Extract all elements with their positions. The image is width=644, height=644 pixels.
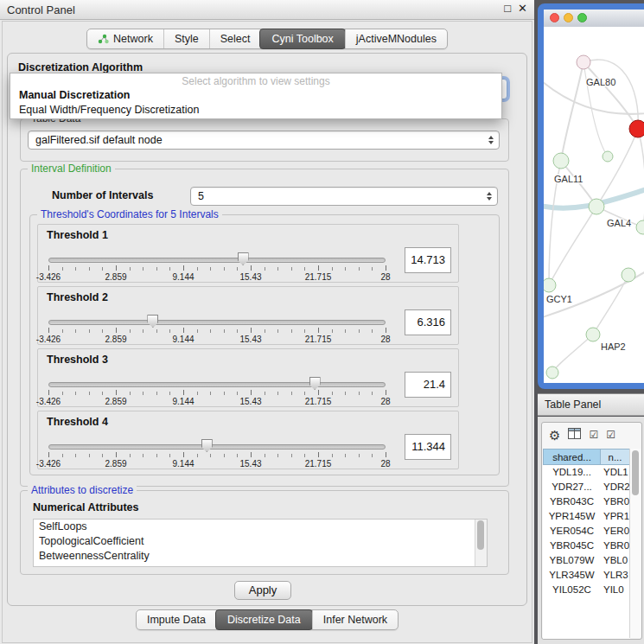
table-row[interactable]: YDL19...YDL1 (543, 465, 630, 480)
attribute-item[interactable]: BetweennessCentrality (34, 549, 487, 564)
cell-shared-name[interactable]: YDL19... (543, 465, 601, 480)
network-node[interactable] (589, 199, 604, 214)
tab-select[interactable]: Select (209, 29, 261, 48)
attributes-group-label: Attributes to discretize (28, 484, 137, 496)
network-node[interactable] (577, 55, 590, 69)
table-row[interactable]: YIL052CYIL0 (543, 583, 630, 597)
cell-shared-name[interactable]: YPR145W (543, 509, 601, 524)
network-node[interactable] (553, 153, 569, 169)
slider-thumb[interactable] (238, 252, 249, 265)
gear-icon[interactable]: ⚙ (549, 429, 560, 442)
threshold-row: Threshold 2-3.4262.8599.14415.4321.71528… (37, 286, 459, 345)
slider-thumb[interactable] (147, 315, 158, 328)
network-edge[interactable] (638, 129, 644, 227)
column-header-shared[interactable]: shared... (543, 449, 601, 465)
popup-header: Select algorithm to view settings (10, 73, 501, 88)
close-icon[interactable]: ✕ (518, 2, 527, 15)
table-row[interactable]: YER054CYER0 (543, 524, 630, 539)
threshold-slider[interactable]: -3.4262.8599.14415.4321.71528 (48, 443, 386, 467)
tab-style[interactable]: Style (163, 29, 209, 48)
cell-shared-name[interactable]: YLR345W (543, 568, 601, 583)
table-row[interactable]: YDR27...YDR2 (543, 480, 630, 494)
table-row[interactable]: YBR045CYBR0 (543, 539, 630, 553)
network-node[interactable] (546, 367, 558, 379)
threshold-label: Threshold 3 (47, 354, 108, 366)
window-minimize-button[interactable] (564, 13, 573, 22)
popup-item[interactable]: Equal Width/Frequency Discretization (10, 103, 501, 118)
cell-shared-name[interactable]: YER054C (543, 524, 601, 539)
network-edge[interactable] (583, 60, 638, 129)
slider-ticks (48, 452, 386, 458)
tab-impute-data[interactable]: Impute Data (137, 610, 216, 629)
network-node[interactable] (622, 268, 635, 282)
table-row[interactable]: YBR043CYBR0 (543, 494, 630, 509)
cell-name[interactable]: YDR2 (601, 480, 630, 494)
cell-name[interactable]: YBL0 (601, 553, 630, 568)
network-node[interactable] (544, 278, 556, 292)
cell-name[interactable]: YDL1 (601, 465, 630, 480)
apply-button[interactable]: Apply (234, 581, 291, 600)
table-data-combo[interactable]: galFiltered.sif default node (28, 131, 500, 150)
cell-name[interactable]: YLR3 (601, 568, 630, 583)
threshold-value-field[interactable]: 6.316 (405, 309, 451, 335)
network-canvas[interactable]: GAL80GAL11GAL4GCY1HAP2 (544, 27, 644, 383)
cell-name[interactable]: YBR0 (601, 494, 630, 509)
float-icon[interactable]: □ (504, 2, 511, 15)
cell-shared-name[interactable]: YBR045C (543, 539, 601, 553)
attribute-item[interactable]: SelfLoops (34, 520, 487, 534)
tab-discretize-data[interactable]: Discretize Data (215, 609, 313, 630)
tab-infer-network[interactable]: Infer Network (312, 610, 398, 629)
cell-name[interactable]: YPR1 (601, 509, 630, 524)
network-edge[interactable] (561, 62, 583, 161)
network-node[interactable] (636, 220, 644, 234)
attribute-item[interactable]: TopologicalCoefficient (34, 534, 487, 549)
tab-jactivemnodules[interactable]: jActiveMNodules (345, 29, 447, 48)
table-row[interactable]: YBL079WYBL0 (543, 553, 630, 568)
cell-shared-name[interactable]: YBL079W (543, 553, 601, 568)
network-node[interactable] (603, 151, 613, 162)
slider-track[interactable] (48, 258, 386, 263)
slider-track[interactable] (48, 382, 386, 387)
table-row[interactable]: YPR145WYPR1 (543, 509, 630, 524)
columns-icon[interactable] (568, 427, 581, 443)
table-scrollbar[interactable] (629, 449, 641, 638)
slider-track[interactable] (48, 320, 386, 325)
scrollbar-thumb[interactable] (632, 450, 639, 495)
window-zoom-button[interactable] (577, 13, 587, 22)
window-close-button[interactable] (550, 13, 559, 22)
network-edge[interactable] (583, 62, 638, 129)
threshold-slider[interactable]: -3.4262.8599.14415.4321.71528 (48, 380, 386, 405)
checkbox-icon[interactable]: ☑ (589, 429, 598, 441)
scrollbar-thumb[interactable] (477, 520, 484, 550)
network-edge[interactable] (552, 335, 593, 373)
slider-track[interactable] (48, 444, 386, 450)
cell-name[interactable]: YIL0 (601, 583, 630, 597)
attributes-list[interactable]: SelfLoopsTopologicalCoefficientBetweenne… (33, 519, 488, 567)
popup-item[interactable]: Manual Discretization (10, 88, 501, 103)
network-edge[interactable] (549, 207, 596, 285)
table-row[interactable]: YLR345WYLR3 (543, 568, 630, 583)
attributes-scrollbar[interactable] (475, 520, 487, 566)
threshold-value-field[interactable]: 11.344 (405, 434, 451, 460)
tab-cyni-toolbox[interactable]: Cyni Toolbox (259, 29, 345, 49)
cell-shared-name[interactable]: YIL052C (543, 583, 601, 597)
popup-items: Manual DiscretizationEqual Width/Frequen… (10, 88, 501, 118)
tab-network[interactable]: Network (87, 29, 163, 48)
number-of-intervals-combo[interactable]: 5 (190, 187, 498, 206)
threshold-slider[interactable]: -3.4262.8599.14415.4321.71528 (48, 318, 386, 342)
slider-thumb[interactable] (309, 377, 321, 390)
checkbox-icon[interactable]: ☑ (606, 429, 615, 441)
threshold-slider[interactable]: -3.4262.8599.14415.4321.71528 (48, 256, 386, 280)
network-node[interactable] (629, 120, 644, 137)
table-data-group: Table Data galFiltered.sif default node (20, 118, 509, 162)
column-header-name[interactable]: n... (601, 449, 630, 465)
network-canvas-container[interactable]: GAL80GAL11GAL4GCY1HAP2 (544, 27, 644, 383)
cell-name[interactable]: YER0 (601, 524, 630, 539)
threshold-value-field[interactable]: 21.4 (405, 372, 451, 398)
threshold-value-field[interactable]: 14.713 (405, 247, 451, 273)
cell-name[interactable]: YBR0 (601, 539, 630, 553)
network-node[interactable] (586, 328, 600, 341)
cell-shared-name[interactable]: YDR27... (543, 480, 601, 494)
cell-shared-name[interactable]: YBR043C (543, 494, 601, 509)
slider-thumb[interactable] (201, 439, 213, 452)
